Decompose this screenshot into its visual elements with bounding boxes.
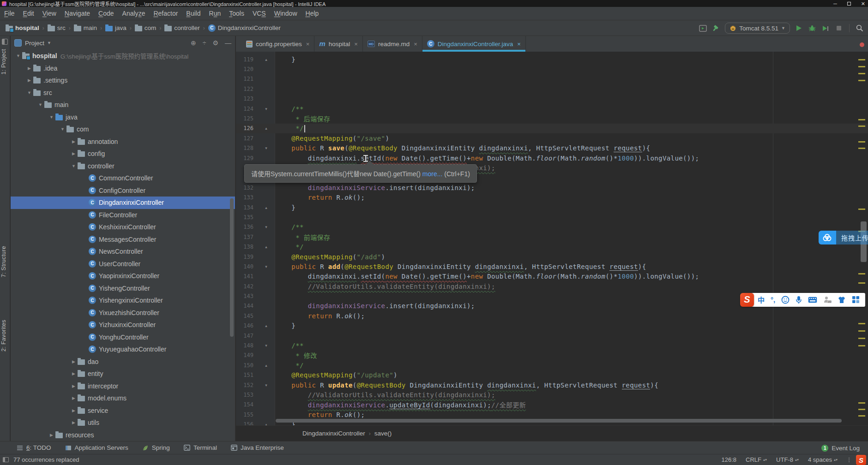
breadcrumb-item-com[interactable]: com <box>134 24 157 31</box>
tree-item-annotation[interactable]: ▶annotation <box>11 136 235 148</box>
fold-marker-icon[interactable]: ▴ <box>257 422 275 425</box>
code-line-124[interactable]: 124▾ /** <box>236 104 868 113</box>
line-number[interactable]: 129 <box>236 155 257 161</box>
code-line-120[interactable]: 120 <box>236 64 868 74</box>
stripe-favorites-button[interactable]: 2: Favorites <box>0 320 7 352</box>
toolwindow-button-6-todo[interactable]: 6: TODO <box>17 444 51 451</box>
menu-window[interactable]: Window <box>270 7 301 20</box>
collapsed-arrow-icon[interactable]: ▶ <box>70 408 78 413</box>
sogou-ime-tray-icon[interactable]: S <box>856 455 866 465</box>
toggle-tool-windows-icon[interactable] <box>3 457 9 462</box>
tree-item-yizhuxinxicontroller[interactable]: CYizhuxinxiController <box>11 319 235 331</box>
maximize-button[interactable] <box>847 2 851 6</box>
tree-item-yishengxinxicontroller[interactable]: CYishengxinxiController <box>11 294 235 307</box>
collapsed-arrow-icon[interactable]: ▶ <box>25 66 33 71</box>
fold-marker-icon[interactable]: ▴ <box>257 205 275 210</box>
warning-stripe-mark[interactable] <box>858 148 865 149</box>
fold-marker-icon[interactable]: ▾ <box>257 225 275 229</box>
code-line-129[interactable]: 129 dingdanxinxi.setId(new Date().getTim… <box>236 153 868 163</box>
line-number[interactable]: 122 <box>236 86 257 92</box>
build-hammer-icon[interactable] <box>711 24 721 33</box>
tree-item-controller[interactable]: ▼controller <box>11 160 235 173</box>
expanded-arrow-icon[interactable]: ▼ <box>14 54 22 58</box>
stripe-project-button[interactable]: 1: Project <box>0 49 7 75</box>
editor-horizontal-scrollbar[interactable] <box>276 419 842 423</box>
collapse-all-icon[interactable]: ÷ <box>203 39 206 47</box>
tree-item-dao[interactable]: ▶dao <box>11 356 235 368</box>
encoding-widget[interactable]: UTF-8▴▾ <box>776 456 799 463</box>
line-number[interactable]: 134 <box>236 204 257 211</box>
tree-item-model.enums[interactable]: ▶model.enums <box>11 392 235 405</box>
line-number[interactable]: 139 <box>236 254 257 260</box>
code-editor[interactable]: 119▴ }120121122123124▾ /**125 * 后端保存126▴… <box>236 52 868 425</box>
menu-build[interactable]: Build <box>182 7 205 20</box>
line-number[interactable]: 153 <box>236 392 257 398</box>
close-button[interactable]: ✕ <box>861 1 865 6</box>
expanded-arrow-icon[interactable]: ▼ <box>48 115 55 119</box>
code-line-153[interactable]: 153 //ValidatorUtils.validateEntity(ding… <box>236 390 868 399</box>
tree-item-utils[interactable]: ▶utils <box>11 417 235 429</box>
warning-stripe-mark[interactable] <box>858 402 865 404</box>
tree-scrollbar[interactable] <box>230 198 234 337</box>
fold-marker-icon[interactable]: ▾ <box>257 146 275 150</box>
collapsed-arrow-icon[interactable]: ▶ <box>48 433 55 437</box>
line-number[interactable]: 135 <box>236 214 257 221</box>
code-line-151[interactable]: 151 @RequestMapping("/update") <box>236 370 868 380</box>
panel-settings-icon[interactable]: ⚙ <box>212 39 218 47</box>
collapsed-arrow-icon[interactable]: ▶ <box>70 384 78 388</box>
tab-readme-md[interactable]: MDreadme.md× <box>363 36 422 52</box>
line-number[interactable]: 145 <box>236 313 257 319</box>
ime-chinese-mode-icon[interactable]: 中 <box>758 295 765 304</box>
code-line-119[interactable]: 119▴ } <box>236 54 868 64</box>
warning-stripe-mark[interactable] <box>858 282 865 284</box>
tab-close-icon[interactable]: × <box>414 41 417 48</box>
breadcrumb-item-java[interactable]: java <box>104 24 127 31</box>
ime-emoji-icon[interactable] <box>781 296 790 304</box>
line-number[interactable]: 127 <box>236 135 257 142</box>
tree-item-configcontroller[interactable]: CConfigController <box>11 185 235 197</box>
stripe-structure-button[interactable]: 7: Structure <box>0 246 7 277</box>
collapsed-arrow-icon[interactable]: ▶ <box>70 359 78 364</box>
ime-voice-icon[interactable] <box>796 296 802 304</box>
chevron-down-icon[interactable]: ▼ <box>47 41 51 45</box>
tree-item-service[interactable]: ▶service <box>11 405 235 417</box>
toolwindow-button-java-enterprise[interactable]: Java Enterprise <box>231 444 284 451</box>
menu-tools[interactable]: Tools <box>225 7 248 20</box>
line-number[interactable]: 120 <box>236 66 257 72</box>
code-line-142[interactable]: 142 //ValidatorUtils.validateEntity(ding… <box>236 281 868 291</box>
menu-view[interactable]: View <box>38 7 60 20</box>
expanded-arrow-icon[interactable]: ▼ <box>25 90 33 95</box>
code-line-139[interactable]: 139 @RequestMapping("/add") <box>236 252 868 262</box>
code-line-136[interactable]: 136▾ /** <box>236 222 868 232</box>
line-number[interactable]: 133 <box>236 194 257 201</box>
warning-stripe-mark[interactable] <box>858 73 865 74</box>
editor-breadcrumb-member[interactable]: save() <box>374 430 392 437</box>
tab-close-icon[interactable]: × <box>517 41 521 48</box>
code-line-127[interactable]: 127 @RequestMapping("/save") <box>236 133 868 143</box>
expanded-arrow-icon[interactable]: ▼ <box>70 164 78 168</box>
breadcrumb-item-dingdanxinxicontroller[interactable]: CDingdanxinxiController <box>207 24 282 32</box>
menu-run[interactable]: Run <box>205 7 225 20</box>
code-line-141[interactable]: 141 dingdanxinxi.setId(new Date().getTim… <box>236 272 868 281</box>
code-line-126[interactable]: 126▴ */ <box>236 124 868 133</box>
line-number[interactable]: 137 <box>236 234 257 240</box>
tree-item-settings[interactable]: ▶.settings <box>11 74 235 87</box>
warning-stripe-mark[interactable] <box>858 330 865 332</box>
tree-item-java[interactable]: ▼java <box>11 111 235 124</box>
tree-item-config[interactable]: ▶config <box>11 148 235 160</box>
line-number[interactable]: 149 <box>236 352 257 358</box>
tab-close-icon[interactable]: × <box>306 41 310 48</box>
warning-stripe-mark[interactable] <box>858 273 865 274</box>
indent-widget[interactable]: 4 spaces▴▾ <box>808 456 838 463</box>
line-number[interactable]: 119 <box>236 56 257 63</box>
menu-analyze[interactable]: Analyze <box>118 7 150 20</box>
search-everywhere-icon[interactable] <box>855 24 864 33</box>
code-line-146[interactable]: 146▴ } <box>236 321 868 331</box>
line-number[interactable]: 144 <box>236 303 257 309</box>
menu-help[interactable]: Help <box>301 7 323 20</box>
menu-navigate[interactable]: Navigate <box>60 7 94 20</box>
code-line-135[interactable]: 135 <box>236 212 868 222</box>
code-line-145[interactable]: 145 return R.ok(); <box>236 311 868 321</box>
line-number[interactable]: 154 <box>236 401 257 408</box>
tree-item-commoncontroller[interactable]: CCommonController <box>11 172 235 185</box>
